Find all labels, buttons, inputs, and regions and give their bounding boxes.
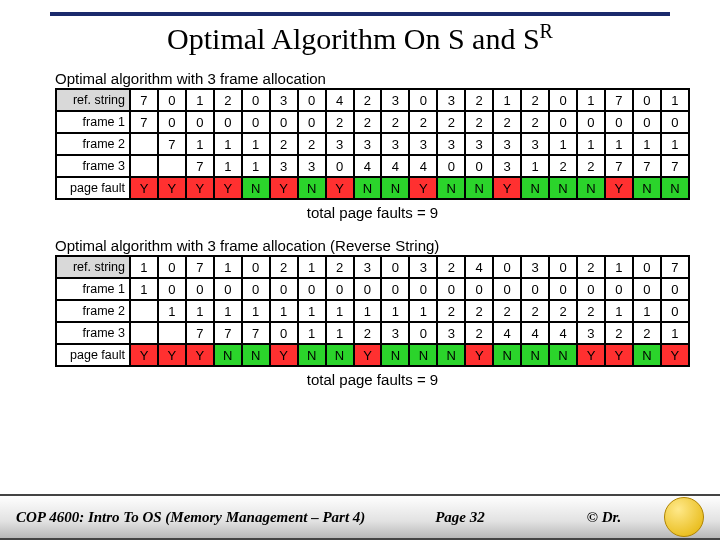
total-faults-reverse: total page faults = 9 <box>55 371 690 388</box>
row-label-frame1: frame 1 <box>56 111 130 133</box>
cell: N <box>437 177 465 199</box>
cell: 2 <box>577 256 605 278</box>
cell: N <box>214 344 242 366</box>
cell: 3 <box>409 133 437 155</box>
cell <box>158 322 186 344</box>
cell: N <box>354 177 382 199</box>
cell: 2 <box>326 111 354 133</box>
cell: N <box>298 344 326 366</box>
cell <box>130 133 158 155</box>
cell: 4 <box>409 155 437 177</box>
cell: 0 <box>326 278 354 300</box>
cell: 7 <box>214 322 242 344</box>
cell: Y <box>605 177 633 199</box>
cell: 0 <box>381 278 409 300</box>
cell: 7 <box>130 89 158 111</box>
cell: 7 <box>186 256 214 278</box>
cell: 2 <box>577 155 605 177</box>
cell: 7 <box>605 89 633 111</box>
cell: 2 <box>298 133 326 155</box>
cell: 0 <box>381 256 409 278</box>
cell: 0 <box>605 278 633 300</box>
cell: 2 <box>633 322 661 344</box>
cell: N <box>381 177 409 199</box>
cell: 3 <box>465 133 493 155</box>
slide-title: Optimal Algorithm On S and SR <box>0 20 720 56</box>
cell: 0 <box>242 111 270 133</box>
cell: 2 <box>270 133 298 155</box>
cell: 2 <box>437 256 465 278</box>
course-label: COP 4600: Intro To OS (Memory Management… <box>0 509 376 526</box>
cell: 2 <box>437 300 465 322</box>
cell: 2 <box>381 111 409 133</box>
ucf-logo-icon <box>664 497 704 537</box>
cell: 7 <box>661 256 689 278</box>
cell: 0 <box>298 89 326 111</box>
cell: 1 <box>214 300 242 322</box>
cell: N <box>521 344 549 366</box>
cell: 1 <box>605 256 633 278</box>
cell: N <box>326 344 354 366</box>
cell: 0 <box>577 111 605 133</box>
cell: Y <box>493 177 521 199</box>
cell: 0 <box>186 278 214 300</box>
cell <box>158 155 186 177</box>
cell: 7 <box>242 322 270 344</box>
cell: 1 <box>186 89 214 111</box>
cell: 0 <box>354 278 382 300</box>
cell: N <box>577 177 605 199</box>
sim-table-forward: ref. string70120304230321201701frame 170… <box>55 88 690 200</box>
cell: 2 <box>465 322 493 344</box>
cell: 1 <box>214 133 242 155</box>
cell: 1 <box>493 89 521 111</box>
cell: 1 <box>381 300 409 322</box>
cell: 7 <box>633 155 661 177</box>
cell: Y <box>605 344 633 366</box>
cell: 1 <box>158 300 186 322</box>
cell: 2 <box>326 256 354 278</box>
cell: Y <box>270 344 298 366</box>
cell: N <box>298 177 326 199</box>
cell: Y <box>465 344 493 366</box>
cell: 0 <box>437 278 465 300</box>
cell: 2 <box>521 111 549 133</box>
cell: 0 <box>270 111 298 133</box>
cell: 0 <box>270 322 298 344</box>
total-faults-forward: total page faults = 9 <box>55 204 690 221</box>
cell: 0 <box>326 155 354 177</box>
cell: 1 <box>298 300 326 322</box>
cell: 2 <box>521 89 549 111</box>
cell: N <box>409 344 437 366</box>
cell: 2 <box>493 111 521 133</box>
row-label-frame2: frame 2 <box>56 133 130 155</box>
cell: 1 <box>577 89 605 111</box>
cell: 3 <box>270 89 298 111</box>
cell: 4 <box>493 322 521 344</box>
cell: 2 <box>465 89 493 111</box>
cell: 3 <box>437 133 465 155</box>
cell: 0 <box>186 111 214 133</box>
cell: Y <box>130 177 158 199</box>
cell: 3 <box>326 133 354 155</box>
cell: 2 <box>465 111 493 133</box>
cell: 7 <box>661 155 689 177</box>
cell: 1 <box>661 133 689 155</box>
cell: N <box>242 177 270 199</box>
cell: Y <box>661 344 689 366</box>
cell: 3 <box>381 133 409 155</box>
cell: 2 <box>354 322 382 344</box>
row-label-fault: page fault <box>56 344 130 366</box>
cell: 7 <box>186 322 214 344</box>
cell <box>130 322 158 344</box>
cell: 4 <box>381 155 409 177</box>
cell: 0 <box>521 278 549 300</box>
cell: 1 <box>130 278 158 300</box>
cell: 3 <box>577 322 605 344</box>
cell: Y <box>214 177 242 199</box>
cell: Y <box>186 344 214 366</box>
cell: 0 <box>465 278 493 300</box>
cell: 0 <box>549 278 577 300</box>
cell: 0 <box>242 278 270 300</box>
cell: 1 <box>326 322 354 344</box>
cell: 0 <box>270 278 298 300</box>
